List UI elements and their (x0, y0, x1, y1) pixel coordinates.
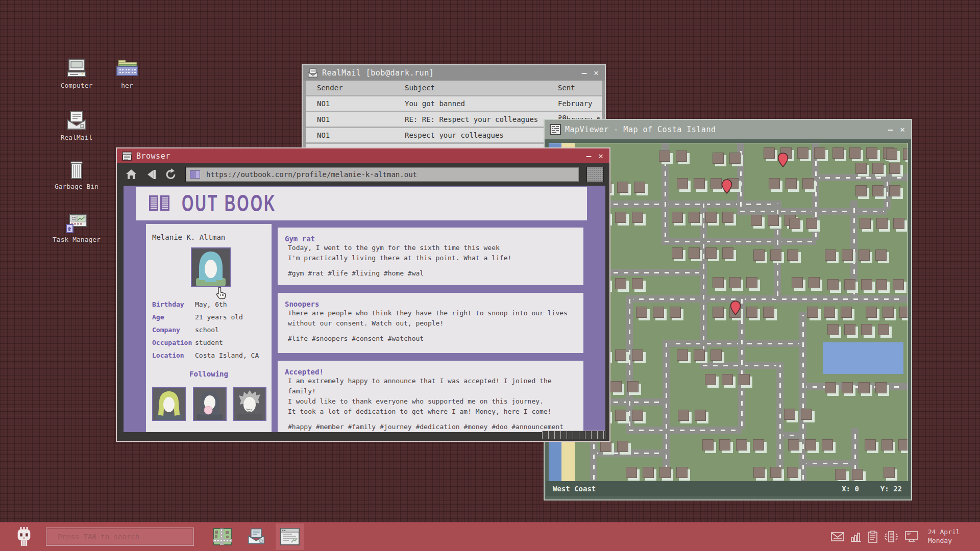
mail-col-subject: Subject (405, 81, 558, 95)
post-title: Snoopers (285, 300, 583, 308)
browser-toolbar (117, 163, 609, 186)
clipboard-icon[interactable] (868, 531, 878, 543)
browser-window: Browser — ✕ (116, 147, 610, 442)
map-building (676, 467, 688, 478)
realmail-titlebar[interactable]: RealMail [bob@dark.run] — ✕ (303, 65, 605, 81)
mail-col-sent: Sent (558, 81, 602, 95)
map-building (739, 374, 750, 385)
profile-field-value: Costa Island, CA (195, 352, 259, 359)
refresh-icon[interactable] (165, 168, 177, 181)
map-building (626, 467, 637, 478)
map-building (861, 324, 872, 335)
desktop-icon-label: Computer (52, 82, 101, 89)
map-pin[interactable] (721, 179, 732, 194)
desktop-icon-realmail[interactable]: RealMail (52, 110, 101, 141)
search-input[interactable] (46, 528, 193, 545)
post-body-line: I would like to thank everyone who suppo… (288, 396, 583, 407)
map-building (694, 178, 705, 189)
map-pin[interactable] (777, 153, 789, 167)
url-input[interactable] (205, 170, 565, 179)
profile-avatar-image (192, 248, 230, 286)
map-road (626, 295, 908, 303)
post-card[interactable]: Accepted!I am extremely happy to announc… (278, 361, 583, 432)
back-icon[interactable] (145, 169, 157, 180)
map-building (866, 307, 877, 318)
profile-avatar[interactable] (191, 247, 231, 287)
map-building (802, 178, 814, 189)
map-y-coordinate: Y: 22 (880, 485, 902, 493)
post-hashtags: #gym #rat #life #living #home #wal (288, 269, 583, 277)
map-building (893, 218, 904, 229)
close-button[interactable]: ✕ (594, 69, 599, 77)
map-building (792, 277, 803, 288)
map-building (672, 247, 683, 259)
map-building (746, 277, 757, 288)
mail-icon (247, 528, 266, 546)
taskbar-app-realmail[interactable] (242, 523, 271, 550)
skull-icon[interactable] (14, 527, 34, 547)
envelope-icon[interactable] (831, 531, 844, 542)
map-building (770, 467, 781, 478)
map-pin[interactable] (730, 300, 741, 315)
taskbar-clock[interactable]: 24 April Monday (928, 528, 960, 545)
post-card[interactable]: Gym ratToday, I went to the gym for the … (278, 228, 583, 285)
map-building (883, 307, 894, 318)
map-building (753, 467, 765, 478)
map-building (876, 279, 887, 290)
taskbar-app-map[interactable] (208, 523, 237, 550)
mail-cell-subject: Respect your colleagues (405, 128, 558, 142)
map-building (768, 215, 779, 226)
map-building (615, 212, 626, 223)
map-building (849, 147, 861, 159)
map-building (787, 249, 798, 261)
minimize-button[interactable]: — (582, 69, 587, 77)
post-card[interactable]: SnoopersThere are people who think they … (278, 293, 583, 353)
map-building (898, 439, 908, 450)
chart-icon[interactable] (850, 531, 862, 542)
desktop-icon-her[interactable]: her (103, 58, 152, 89)
map-building (860, 218, 871, 229)
horizontal-scrollbar[interactable] (542, 431, 605, 439)
following-avatar-3[interactable] (233, 387, 266, 421)
desktop-icon-garbage-bin[interactable]: Garbage Bin (52, 160, 101, 190)
map-building (842, 249, 853, 261)
phone-vibrate-icon[interactable] (884, 531, 899, 543)
minimize-button[interactable]: — (888, 126, 893, 134)
browser-menu-button[interactable] (586, 167, 604, 182)
profile-field-label: Age (152, 313, 195, 321)
map-building (615, 349, 626, 361)
mapviewer-titlebar[interactable]: MapViewer - Map of Costa Island — ✕ (545, 120, 911, 139)
map-road (799, 312, 806, 483)
map-building (769, 178, 780, 189)
desktop-icon-computer[interactable]: Computer (52, 58, 101, 89)
map-road (590, 201, 781, 208)
map-building (797, 147, 808, 159)
close-button[interactable]: ✕ (598, 152, 603, 160)
map-building (677, 349, 688, 361)
map-building (787, 467, 798, 478)
browser-titlebar[interactable]: Browser — ✕ (117, 148, 609, 163)
post-body-line: I'm practically living there at this poi… (288, 253, 583, 263)
map-building (788, 439, 799, 450)
profile-field-label: Birthday (152, 300, 195, 308)
map-building (753, 439, 764, 450)
map-building (672, 212, 683, 223)
map-building (736, 439, 747, 450)
monitor-icon[interactable] (904, 531, 919, 543)
close-button[interactable]: ✕ (900, 126, 905, 134)
taskbar-app-browser[interactable] (276, 523, 304, 550)
map-building (632, 349, 643, 361)
following-avatar-1[interactable] (152, 387, 186, 421)
mail-row[interactable]: NO1You got bannedFebruary 20 (306, 96, 602, 111)
minimize-button[interactable]: — (586, 152, 592, 160)
map-road (626, 427, 742, 434)
following-avatar-2[interactable] (193, 387, 227, 421)
taskbar-search[interactable] (46, 528, 194, 546)
home-icon[interactable] (125, 168, 137, 181)
following-label: Following (146, 370, 272, 378)
desktop-icon-task-manager[interactable]: Task Manager (52, 213, 101, 243)
taskbar: 24 April Monday (0, 522, 980, 551)
map-building (861, 279, 872, 290)
address-bar[interactable] (185, 167, 579, 182)
map-building (784, 409, 795, 420)
